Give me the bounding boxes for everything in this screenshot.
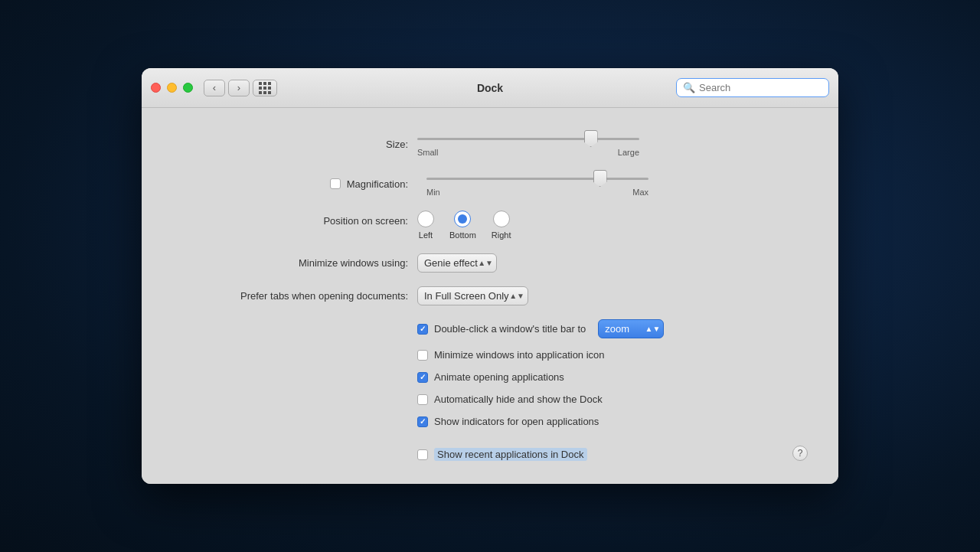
- settings-content: Size: Small Large Magnification:: [142, 108, 838, 484]
- position-bottom[interactable]: Bottom: [449, 211, 476, 240]
- traffic-lights: [151, 83, 193, 93]
- size-max-label: Large: [618, 148, 639, 157]
- size-slider-labels: Small Large: [417, 148, 639, 157]
- prefer-tabs-dropdown[interactable]: Always In Full Screen Only Manually: [417, 286, 528, 305]
- recent-label: Show recent applications in Dock: [434, 448, 587, 461]
- size-min-label: Small: [417, 148, 439, 157]
- auto-hide-checkbox[interactable]: [417, 394, 428, 405]
- position-bottom-radio[interactable]: [454, 211, 471, 227]
- position-bottom-label: Bottom: [449, 230, 476, 240]
- magnification-max-label: Max: [632, 188, 648, 197]
- magnification-label: Magnification:: [347, 178, 408, 190]
- position-right[interactable]: Right: [492, 211, 511, 240]
- prefer-tabs-dropdown-wrapper: Always In Full Screen Only Manually ▲▼: [417, 286, 528, 305]
- animate-row: Animate opening applications: [417, 371, 808, 383]
- minimize-dropdown[interactable]: Genie effect Scale effect: [417, 253, 497, 273]
- double-click-row: Double-click a window's title bar to zoo…: [417, 319, 808, 338]
- grid-view-button[interactable]: [253, 80, 277, 96]
- recent-checkbox[interactable]: [417, 449, 428, 460]
- minimize-icon-row: Minimize windows into application icon: [417, 349, 808, 361]
- position-right-radio[interactable]: [493, 211, 510, 227]
- prefer-tabs-row: Prefer tabs when opening documents: Alwa…: [172, 286, 808, 305]
- magnification-slider-labels: Min Max: [426, 188, 648, 197]
- double-click-label: Double-click a window's title bar to: [434, 323, 586, 335]
- position-label: Position on screen:: [172, 211, 417, 227]
- auto-hide-label: Automatically hide and show the Dock: [434, 394, 603, 405]
- close-button[interactable]: [151, 83, 161, 93]
- auto-hide-row: Automatically hide and show the Dock: [417, 394, 808, 405]
- minimize-label: Minimize windows using:: [172, 257, 417, 269]
- position-left-label: Left: [419, 230, 433, 240]
- search-input[interactable]: [699, 82, 822, 93]
- bottom-row: Show recent applications in Dock ?: [417, 438, 808, 461]
- grid-icon: [259, 82, 271, 94]
- zoom-dropdown-wrapper: zoom minimize ▲▼: [598, 319, 664, 338]
- checkboxes-section: Double-click a window's title bar to zoo…: [417, 319, 808, 461]
- indicators-checkbox[interactable]: [417, 416, 428, 427]
- size-slider[interactable]: [417, 138, 639, 140]
- titlebar: ‹ › Dock 🔍: [142, 68, 838, 108]
- indicators-label: Show indicators for open applications: [434, 416, 599, 427]
- zoom-dropdown[interactable]: zoom minimize: [598, 319, 664, 338]
- animate-checkbox[interactable]: [417, 372, 428, 383]
- magnification-label-section: Magnification:: [172, 178, 417, 190]
- search-icon: 🔍: [683, 82, 695, 93]
- minimize-row: Minimize windows using: Genie effect Sca…: [172, 253, 808, 273]
- nav-buttons: ‹ ›: [204, 80, 250, 96]
- magnification-slider-track: [426, 171, 648, 186]
- magnification-slider[interactable]: [426, 178, 648, 180]
- magnification-min-label: Min: [426, 188, 440, 197]
- position-left[interactable]: Left: [417, 211, 434, 240]
- recent-row: Show recent applications in Dock: [417, 448, 587, 461]
- magnification-slider-container: Min Max: [426, 171, 648, 197]
- minimize-icon-checkbox[interactable]: [417, 350, 428, 361]
- preferences-window: ‹ › Dock 🔍 Size: Small: [142, 68, 838, 484]
- window-title: Dock: [477, 82, 503, 94]
- prefer-tabs-label: Prefer tabs when opening documents:: [172, 290, 417, 302]
- search-box[interactable]: 🔍: [676, 78, 829, 97]
- position-left-radio[interactable]: [417, 211, 434, 227]
- help-button[interactable]: ?: [792, 446, 808, 461]
- minimize-dropdown-wrapper: Genie effect Scale effect ▲▼: [417, 253, 497, 273]
- magnification-checkbox[interactable]: [330, 178, 341, 189]
- magnification-row: Magnification: Min Max: [172, 171, 808, 197]
- indicators-row: Show indicators for open applications: [417, 416, 808, 427]
- size-row: Size: Small Large: [172, 131, 808, 157]
- maximize-button[interactable]: [183, 83, 193, 93]
- minimize-icon-label: Minimize windows into application icon: [434, 349, 605, 361]
- animate-label: Animate opening applications: [434, 371, 564, 383]
- position-row: Position on screen: Left Bottom Right: [172, 211, 808, 240]
- size-label: Size:: [172, 139, 417, 150]
- double-click-checkbox[interactable]: [417, 324, 428, 335]
- position-radio-group: Left Bottom Right: [417, 211, 511, 240]
- minimize-button[interactable]: [167, 83, 177, 93]
- back-button[interactable]: ‹: [204, 80, 225, 96]
- size-slider-track: [417, 131, 639, 146]
- position-right-label: Right: [492, 230, 511, 240]
- size-slider-container: Small Large: [417, 131, 639, 157]
- forward-button[interactable]: ›: [228, 80, 250, 96]
